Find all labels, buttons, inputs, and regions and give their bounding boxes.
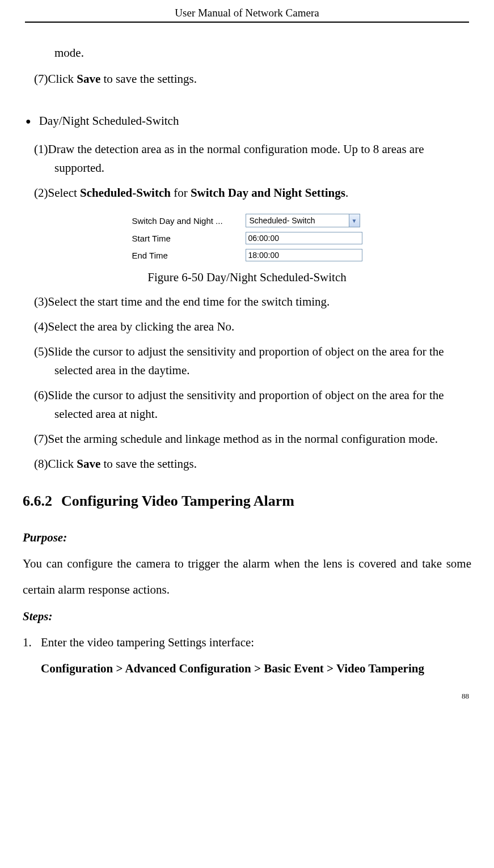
step-b8-prefix: (8)Click [34, 457, 77, 471]
switch-dropdown-value: Scheduled- Switch [246, 216, 349, 225]
step-a2-prefix: (2)Select [34, 186, 80, 200]
step7-suffix: to save the settings. [100, 72, 197, 86]
bullet-title: Day/Night Scheduled-Switch [39, 108, 471, 134]
purpose-text: You can configure the camera to trigger … [23, 551, 471, 603]
step7-prefix: (7)Click [34, 72, 77, 86]
step-b8: (8)Click Save to save the settings. [34, 455, 471, 474]
section-number: 6.6.2 [23, 493, 52, 510]
switch-dropdown[interactable]: Scheduled- Switch ▼ [246, 214, 360, 227]
step-a2-suffix: . [345, 186, 348, 200]
step-a2-mid: for [171, 186, 191, 200]
switch-label: Switch Day and Night ... [132, 216, 246, 226]
step-a2-bold2: Switch Day and Night Settings [191, 186, 345, 200]
figure-6-50: Switch Day and Night ... Scheduled- Swit… [23, 209, 471, 266]
end-time-value: 18:00:00 [248, 251, 280, 260]
step-a1: (1)Draw the detection area as in the nor… [34, 140, 471, 178]
step-b3: (3)Select the start time and the end tim… [34, 293, 471, 312]
numbered-step-1: 1. Enter the video tampering Settings in… [23, 629, 471, 655]
section-heading: 6.6.2Configuring Video Tampering Alarm [23, 493, 471, 510]
step-b6: (6)Slide the cursor to adjust the sensit… [34, 386, 471, 424]
start-time-input[interactable]: 06:00:00 [246, 232, 362, 244]
end-time-label: End Time [132, 251, 246, 260]
start-time-value: 06:00:00 [248, 234, 280, 243]
step-b8-save: Save [77, 457, 100, 471]
chevron-down-icon: ▼ [349, 214, 360, 227]
step-b5: (5)Slide the cursor to adjust the sensit… [34, 342, 471, 380]
step-b7: (7)Set the arming schedule and linkage m… [34, 430, 471, 449]
figure-caption: Figure 6-50 Day/Night Scheduled-Switch [23, 270, 471, 285]
page-number: 88 [23, 692, 471, 701]
step-number: 1. [23, 629, 41, 655]
section-title: Configuring Video Tampering Alarm [61, 493, 294, 509]
steps-label: Steps: [23, 603, 471, 629]
prev-step-7: (7)Click Save to save the settings. [34, 66, 471, 92]
step-b4: (4)Select the area by clicking the area … [34, 317, 471, 337]
end-time-input[interactable]: 18:00:00 [246, 249, 362, 261]
purpose-label: Purpose: [23, 524, 471, 551]
navigation-path: Configuration > Advanced Configuration >… [41, 655, 471, 681]
step-text: Enter the video tampering Settings inter… [41, 629, 471, 655]
step-a2-bold1: Scheduled-Switch [80, 186, 171, 200]
step7-save: Save [77, 72, 100, 86]
continuation-mode-line: mode. [54, 40, 471, 66]
start-time-label: Start Time [132, 234, 246, 243]
bullet-icon: ● [26, 111, 31, 134]
step-a2: (2)Select Scheduled-Switch for Switch Da… [34, 184, 471, 203]
step-b8-suffix: to save the settings. [100, 457, 197, 471]
page-header: User Manual of Network Camera [25, 0, 469, 23]
